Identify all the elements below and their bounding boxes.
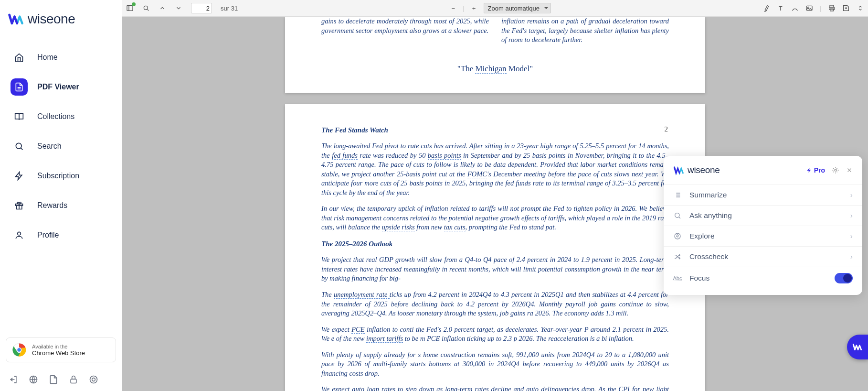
page-number: 2 [665,125,668,133]
panel-ask[interactable]: Ask anything › [664,205,862,226]
chevron-right-icon: › [850,211,853,220]
nav-profile[interactable]: Profile [6,221,116,250]
focus-toggle[interactable] [835,273,853,283]
panel-summarize[interactable]: Summarize › [664,185,862,205]
svg-point-18 [675,213,679,217]
nav-pdf-viewer[interactable]: PDF Viewer [6,73,116,101]
nav-label: Profile [37,231,59,239]
nav-search[interactable]: Search [6,132,116,161]
pro-badge[interactable]: Pro [806,166,825,174]
pdf-page-1-bottom: gains to decelerate moderately through m… [285,17,705,93]
page-total: sur 31 [221,5,238,12]
lock-icon[interactable] [69,375,78,384]
wiseone-fab[interactable] [847,335,868,359]
logo[interactable]: wiseone [0,0,122,36]
page1-left-col: gains to decelerate moderately through m… [321,17,489,45]
panel-crosscheck[interactable]: Crosscheck › [664,246,862,267]
michigan-heading: "The Michigan Model" [321,64,669,74]
book-icon [14,112,24,121]
svg-point-8 [90,376,97,383]
badge-top: Available in the [32,344,85,349]
heading-outlook: The 2025–2026 Outlook [321,239,669,249]
nav-home[interactable]: Home [6,43,116,72]
sidebar: wiseone Home PDF Viewer Collections Sear… [0,0,122,391]
wiseone-logo-icon [673,164,685,176]
panel-explore[interactable]: Explore › [664,226,862,246]
chevron-right-icon: › [850,232,853,240]
text-icon[interactable]: T [777,4,784,12]
settings-icon[interactable] [832,166,839,174]
bolt-icon [806,167,812,173]
bottom-icons [0,368,122,391]
chevron-right-icon: › [850,191,853,199]
nav: Home PDF Viewer Collections Search Subsc… [0,36,122,332]
para: The unemployment rate ticks up from 4.2 … [321,290,669,318]
badge-bottom: Chrome Web Store [32,349,85,357]
zoom-out-icon[interactable]: − [449,4,457,12]
chrome-icon [12,343,26,357]
para: We expect PCE inflation to conti the Fed… [321,325,669,344]
para: The long-awaited Fed pivot to rate cuts … [321,141,669,197]
logout-icon[interactable] [9,375,18,384]
image-icon[interactable] [805,4,813,12]
para: In our view, the temporary uptick of inf… [321,204,669,232]
sidebar-toggle-icon[interactable] [126,4,134,12]
user-icon [14,230,24,240]
logo-text: wiseone [28,11,75,27]
search-icon [674,212,681,219]
svg-point-17 [835,169,836,171]
nav-label: Collections [37,112,74,121]
more-icon[interactable] [857,4,864,12]
para: We expect auto loan rates to step down a… [321,385,669,391]
gift-icon [14,201,24,210]
chevron-right-icon: › [850,252,853,261]
abc-icon: Abc [673,274,682,282]
svg-rect-7 [71,379,76,383]
page1-right-col: inflation remains on a path of gradual d… [501,17,669,45]
nav-label: Rewards [37,201,67,210]
notification-dot [132,2,136,6]
main: sur 31 − | + Zoom automatique T | [122,0,868,391]
compass-icon [674,232,681,240]
shuffle-icon [674,253,681,261]
globe-icon[interactable] [29,375,38,384]
svg-point-19 [675,233,680,239]
page-input[interactable] [191,3,212,13]
list-icon [674,191,681,199]
para: We project that real GDP growth will slo… [321,255,669,283]
highlight-icon[interactable] [762,4,770,12]
close-icon[interactable] [846,167,853,174]
nav-label: Subscription [37,172,79,180]
bolt-icon [14,171,24,181]
panel-logo: wiseone [673,164,720,176]
nav-collections[interactable]: Collections [6,102,116,131]
nav-label: PDF Viewer [37,83,79,91]
find-icon[interactable] [142,4,150,12]
svg-point-11 [144,6,148,10]
nav-subscription[interactable]: Subscription [6,162,116,190]
svg-point-2 [18,232,21,235]
next-page-icon[interactable] [175,4,182,12]
pdf-toolbar: sur 31 − | + Zoom automatique T | [122,0,868,17]
heading-fed: The Fed Stands Watch [321,125,669,135]
svg-rect-10 [127,6,133,11]
home-icon [14,53,24,62]
file-icon[interactable] [49,375,58,384]
chrome-store-badge[interactable]: Available in the Chrome Web Store [6,337,116,362]
zoom-in-icon[interactable]: + [470,4,478,12]
nav-rewards[interactable]: Rewards [6,191,116,220]
svg-point-0 [16,143,21,149]
panel-focus[interactable]: Abc Focus [664,267,862,289]
download-icon[interactable] [842,4,850,12]
help-icon[interactable] [89,375,98,384]
svg-point-5 [17,348,21,352]
zoom-select[interactable]: Zoom automatique [484,3,551,13]
svg-point-9 [92,378,95,381]
print-icon[interactable] [828,4,836,12]
draw-icon[interactable] [791,4,799,12]
nav-label: Search [37,142,62,151]
wiseone-logo-icon [8,11,25,28]
prev-page-icon[interactable] [159,4,166,12]
wiseone-logo-icon [852,342,863,352]
wiseone-panel: wiseone Pro Summarize › Ask anything › [664,156,862,295]
